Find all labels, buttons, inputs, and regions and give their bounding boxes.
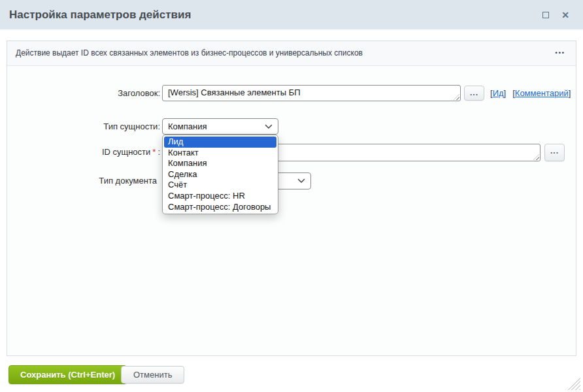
dialog-titlebar: Настройка параметров действия ✕ [0, 0, 583, 29]
dropdown-option-lead[interactable]: Лид [164, 137, 276, 148]
dropdown-option-deal[interactable]: Сделка [163, 169, 278, 180]
maximize-button[interactable] [540, 9, 552, 21]
window-resize-grip-icon[interactable] [565, 376, 580, 390]
entity-type-select[interactable]: Компания [162, 118, 278, 135]
cancel-button[interactable]: Отменить [121, 366, 184, 384]
id-link-bracket-close: ] [504, 88, 507, 98]
entity-type-dropdown: Лид Контакт Компания Сделка Счёт Смарт-п… [162, 135, 278, 214]
action-description-bar: Действие выдает ID всех связанных элемен… [7, 41, 576, 66]
more-menu-button[interactable]: ••• [556, 41, 565, 65]
chevron-down-icon [297, 178, 305, 184]
dropdown-option-contact[interactable]: Контакт [163, 148, 278, 159]
title-input[interactable]: [Wersis] Связанные элементы БП [162, 85, 461, 101]
document-type-label: Тип документа [7, 172, 157, 189]
close-button[interactable]: ✕ [559, 9, 571, 21]
comment-link[interactable]: Комментарий [515, 88, 569, 98]
dropdown-option-invoice[interactable]: Счёт [163, 180, 278, 191]
save-button[interactable]: Сохранить (Ctrl+Enter) [8, 365, 127, 384]
entity-id-label: ID сущности*: [7, 144, 160, 161]
id-link[interactable]: Ид [493, 88, 504, 98]
comment-link-bracket-close: ] [569, 88, 571, 98]
maximize-icon [542, 12, 549, 18]
chevron-down-icon [265, 124, 273, 129]
close-icon: ✕ [561, 9, 569, 21]
action-settings-panel: Действие выдает ID всех связанных элемен… [7, 41, 576, 356]
dialog-window: Настройка параметров действия ✕ Действие… [0, 0, 583, 392]
dropdown-option-company[interactable]: Компания [163, 158, 278, 169]
title-more-button[interactable]: ... [464, 86, 484, 101]
insert-value-links: [Ид][Комментарий] [490, 85, 571, 101]
dropdown-option-smart-process-hr[interactable]: Смарт-процесс: HR [163, 191, 278, 202]
entity-type-label: Тип сущности: [7, 118, 160, 135]
title-field-label: Заголовок: [7, 85, 160, 101]
action-description: Действие выдает ID всех связанных элемен… [16, 41, 363, 65]
title-field-wrap: [Wersis] Связанные элементы БП [162, 85, 461, 101]
entity-id-more-button[interactable]: ... [544, 144, 565, 161]
entity-type-selected-value: Компания [168, 122, 207, 131]
dialog-title: Настройка параметров действия [9, 0, 191, 29]
dropdown-option-smart-process-contracts[interactable]: Смарт-процесс: Договоры [163, 202, 278, 213]
required-mark: * [152, 147, 156, 157]
